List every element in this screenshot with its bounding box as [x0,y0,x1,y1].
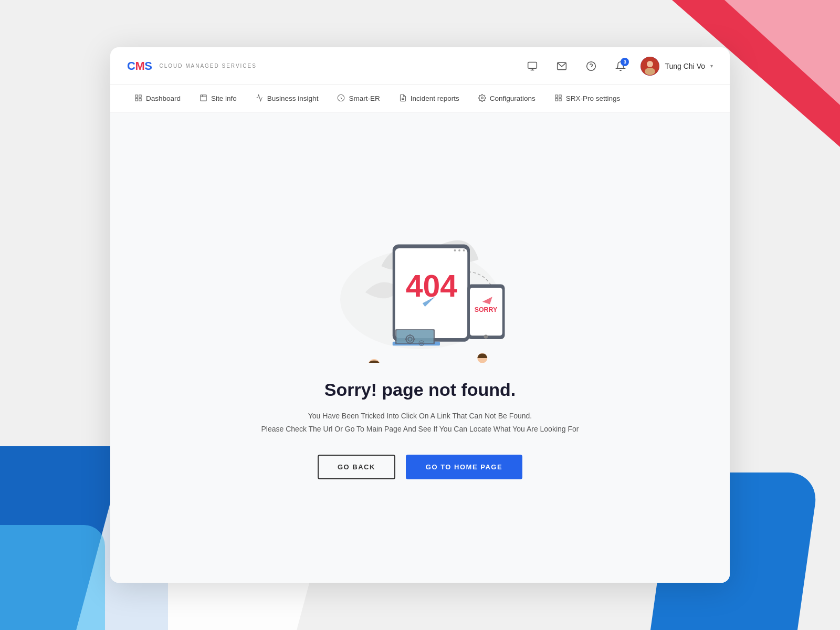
nav-site-info-label: Site info [211,94,237,102]
error-title: Sorry! page not found. [324,380,516,400]
svg-rect-12 [139,98,141,100]
svg-rect-20 [555,94,558,97]
nav-site-info[interactable]: Site info [192,91,244,107]
svg-text:SORRY: SORRY [475,306,498,313]
site-icon [200,94,207,103]
svg-point-35 [484,334,488,339]
main-window: CMS CLOUD MANAGED SERVICES [110,47,730,583]
insight-icon [256,94,264,103]
config-icon [478,94,486,103]
go-home-button[interactable]: GO TO HOME PAGE [406,455,522,479]
bg-red-triangle-2 [724,0,840,105]
nav-incident-reports-label: Incident reports [411,94,459,102]
nav-srx-pro-settings[interactable]: SRX-Pro settings [547,91,628,107]
navigation: Dashboard Site info Business insight [110,85,730,112]
content-area: 404 SORRY [110,112,730,583]
svg-point-30 [463,249,465,251]
bg-lightblue [0,525,105,630]
user-name: Tung Chi Vo [665,62,705,70]
dashboard-icon [134,94,142,103]
svg-rect-13 [201,94,206,100]
svg-point-28 [454,249,456,251]
nav-business-insight[interactable]: Business insight [248,91,326,107]
user-area[interactable]: Tung Chi Vo ▾ [640,57,713,76]
error-illustration: 404 SORRY [320,216,520,363]
svg-point-19 [481,97,483,99]
go-back-button[interactable]: GO BACK [318,455,395,479]
report-icon [399,94,407,103]
logo-subtitle: CLOUD MANAGED SERVICES [159,63,257,69]
error-desc-line1: You Have Been Tricked Into Click On A Li… [261,410,579,423]
nav-dashboard-label: Dashboard [146,94,181,102]
nav-srx-pro-settings-label: SRX-Pro settings [566,94,621,102]
nav-business-insight-label: Business insight [267,94,319,102]
notification-badge: 3 [621,58,629,66]
svg-rect-9 [135,94,138,97]
nav-configurations[interactable]: Configurations [471,91,543,107]
button-group: GO BACK GO TO HOME PAGE [318,455,522,479]
logo-area: CMS CLOUD MANAGED SERVICES [127,59,257,73]
error-desc-line2: Please Check The Url Or Go To Main Page … [261,423,579,436]
nav-dashboard[interactable]: Dashboard [127,91,188,107]
svg-rect-22 [559,98,561,100]
header-icons: 3 Tung Chi Vo ▾ [523,57,713,76]
settings-icon [554,94,562,103]
svg-point-4 [587,61,596,70]
nav-incident-reports[interactable]: Incident reports [392,91,467,107]
svg-rect-48 [396,330,433,343]
nav-smart-er[interactable]: Smart-ER [330,91,387,107]
svg-rect-23 [555,98,558,100]
svg-point-7 [647,61,653,67]
nav-configurations-label: Configurations [490,94,536,102]
svg-point-8 [645,68,655,75]
svg-rect-0 [528,62,537,68]
screen-icon[interactable] [523,57,542,76]
help-icon[interactable] [582,57,601,76]
smart-icon [337,94,345,103]
logo: CMS [127,59,152,73]
bell-icon[interactable]: 3 [611,57,630,76]
nav-smart-er-label: Smart-ER [349,94,380,102]
svg-rect-11 [135,98,138,100]
avatar [640,57,659,76]
svg-rect-21 [559,94,561,97]
mail-icon[interactable] [552,57,571,76]
error-description: You Have Been Tricked Into Click On A Li… [261,410,579,436]
svg-point-29 [458,249,460,251]
svg-text:404: 404 [406,269,458,303]
header: CMS CLOUD MANAGED SERVICES [110,47,730,85]
chevron-down-icon: ▾ [710,63,713,69]
svg-rect-10 [139,94,141,97]
